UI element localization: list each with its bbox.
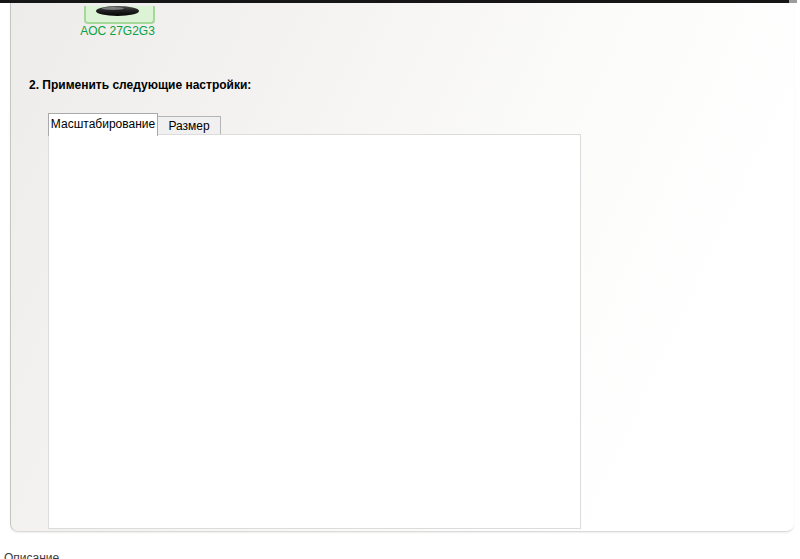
monitor-icon	[96, 6, 139, 16]
nvidia-control-panel-page: AOC 27G2G3 2. Применить следующие настро…	[0, 0, 800, 559]
content-panel: AOC 27G2G3 2. Применить следующие настро…	[10, 3, 794, 532]
description-label: Описание	[4, 551, 59, 559]
tab-scaling[interactable]: Масштабирование	[48, 113, 158, 136]
tab-size[interactable]: Размер	[157, 116, 221, 136]
scaling-tab-page	[48, 134, 581, 529]
section-heading: 2. Применить следующие настройки:	[29, 78, 251, 92]
display-name: AOC 27G2G3	[51, 24, 184, 38]
display-thumbnail[interactable]	[84, 6, 155, 24]
